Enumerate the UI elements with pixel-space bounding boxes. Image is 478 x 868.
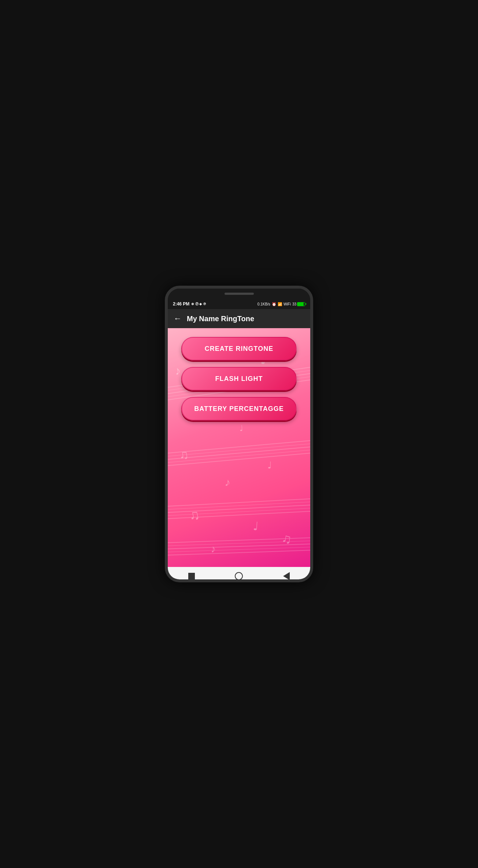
note-8: ♫ — [188, 507, 201, 524]
note-12: ♩ — [239, 423, 243, 433]
home-icon — [235, 572, 243, 580]
app-title: My Name RingTone — [187, 315, 254, 323]
wifi-icon: WiFi — [284, 302, 291, 306]
phone-frame: 2:46 PM ⊕ ⓟ ◈ ℗ 0.1KB/s ⏰ 📶 WiFi 33 ← My… — [165, 286, 313, 582]
staff-4 — [168, 533, 310, 558]
status-left: 2:46 PM ⊕ ⓟ ◈ ℗ — [173, 301, 206, 307]
alarm-icon: ⏰ — [272, 302, 276, 306]
battery-fill — [297, 303, 304, 306]
battery-percentage-button[interactable]: BATTERY PERCENTAGGE — [181, 397, 296, 420]
create-ringtone-button[interactable]: CREATE RINGTONE — [181, 337, 296, 360]
notch-bar — [168, 289, 310, 299]
note-9: ♩ — [253, 519, 259, 533]
stop-icon — [188, 573, 195, 579]
main-content: ♪ ♫ ♩ ♪ ♫ ♩ ♪ ♫ ♩ ♪ ♫ ♩ CREATE RINGTONE … — [168, 328, 310, 567]
signal-icon: 📶 — [278, 302, 282, 306]
battery-display: 33 — [292, 302, 305, 306]
note-5: ♫ — [178, 447, 190, 462]
home-button[interactable] — [234, 571, 244, 581]
staff-3 — [168, 493, 310, 522]
data-speed: 0.1KB/s — [257, 302, 270, 306]
stop-button[interactable] — [186, 571, 197, 581]
bottom-nav — [168, 567, 310, 582]
note-7: ♪ — [224, 476, 231, 489]
note-10: ♪ — [210, 543, 216, 555]
note-6: ♩ — [267, 460, 272, 471]
battery-percentage-text: 33 — [292, 302, 296, 306]
battery-icon — [297, 302, 305, 306]
carrier-icons: ⊕ ⓟ ◈ ℗ — [191, 302, 206, 307]
back-nav-button[interactable] — [281, 571, 292, 581]
status-right: 0.1KB/s ⏰ 📶 WiFi 33 — [257, 302, 305, 306]
note-11: ♫ — [281, 531, 293, 547]
note-1: ♪ — [174, 364, 182, 378]
music-background: ♪ ♫ ♩ ♪ ♫ ♩ ♪ ♫ ♩ ♪ ♫ ♩ — [168, 328, 310, 567]
time-display: 2:46 PM — [173, 301, 189, 307]
staff-2 — [168, 430, 310, 470]
back-icon — [283, 572, 290, 580]
app-bar: ← My Name RingTone — [168, 309, 310, 328]
status-bar: 2:46 PM ⊕ ⓟ ◈ ℗ 0.1KB/s ⏰ 📶 WiFi 33 — [168, 299, 310, 309]
flash-light-button[interactable]: FLASH LIGHT — [181, 367, 296, 390]
back-button[interactable]: ← — [174, 315, 182, 323]
notch-pill — [225, 293, 254, 295]
